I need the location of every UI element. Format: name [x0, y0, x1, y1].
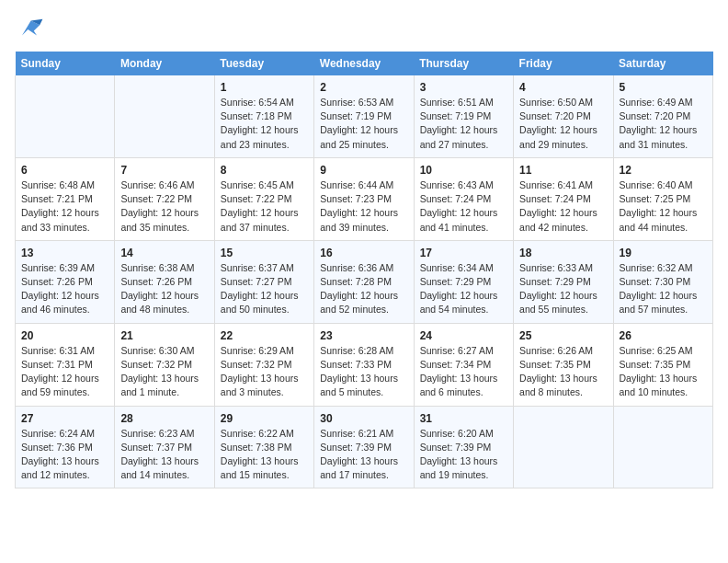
calendar-cell: 6Sunrise: 6:48 AMSunset: 7:21 PMDaylight… — [16, 157, 115, 240]
calendar-week-1: 1Sunrise: 6:54 AMSunset: 7:18 PMDaylight… — [16, 75, 713, 157]
day-info: Sunrise: 6:44 AMSunset: 7:23 PMDaylight:… — [320, 178, 407, 235]
day-info: Sunrise: 6:45 AMSunset: 7:22 PMDaylight:… — [221, 178, 308, 235]
day-info: Sunrise: 6:25 AMSunset: 7:35 PMDaylight:… — [620, 344, 707, 400]
day-info: Sunrise: 6:24 AMSunset: 7:36 PMDaylight:… — [21, 427, 108, 483]
col-monday: Monday — [115, 52, 214, 75]
calendar-cell: 9Sunrise: 6:44 AMSunset: 7:23 PMDaylight… — [314, 157, 414, 240]
calendar-cell: 25Sunrise: 6:26 AMSunset: 7:35 PMDayligh… — [514, 323, 613, 406]
calendar-cell — [613, 406, 712, 488]
calendar-cell: 18Sunrise: 6:33 AMSunset: 7:29 PMDayligh… — [514, 240, 613, 323]
calendar-week-3: 13Sunrise: 6:39 AMSunset: 7:26 PMDayligh… — [16, 240, 713, 323]
day-info: Sunrise: 6:36 AMSunset: 7:28 PMDaylight:… — [320, 261, 407, 317]
day-info: Sunrise: 6:31 AMSunset: 7:31 PMDaylight:… — [21, 344, 108, 400]
logo — [15, 15, 48, 40]
col-sunday: Sunday — [16, 52, 115, 75]
calendar-cell: 8Sunrise: 6:45 AMSunset: 7:22 PMDaylight… — [214, 157, 313, 240]
day-number: 26 — [620, 329, 707, 342]
day-number: 11 — [519, 164, 607, 177]
col-tuesday: Tuesday — [214, 52, 313, 75]
calendar-cell: 5Sunrise: 6:49 AMSunset: 7:20 PMDaylight… — [613, 75, 712, 157]
col-friday: Friday — [514, 52, 613, 75]
day-info: Sunrise: 6:50 AMSunset: 7:20 PMDaylight:… — [519, 96, 607, 152]
calendar-cell: 16Sunrise: 6:36 AMSunset: 7:28 PMDayligh… — [314, 240, 414, 323]
calendar-cell: 14Sunrise: 6:38 AMSunset: 7:26 PMDayligh… — [115, 240, 214, 323]
day-number: 16 — [320, 247, 407, 259]
day-number: 7 — [120, 164, 208, 177]
calendar-cell: 30Sunrise: 6:21 AMSunset: 7:39 PMDayligh… — [314, 406, 414, 488]
calendar-cell: 28Sunrise: 6:23 AMSunset: 7:37 PMDayligh… — [115, 406, 214, 488]
calendar-cell: 4Sunrise: 6:50 AMSunset: 7:20 PMDaylight… — [514, 75, 613, 157]
calendar-cell: 20Sunrise: 6:31 AMSunset: 7:31 PMDayligh… — [16, 323, 115, 406]
day-number: 14 — [120, 247, 208, 259]
calendar-cell: 22Sunrise: 6:29 AMSunset: 7:32 PMDayligh… — [214, 323, 313, 406]
calendar-cell: 1Sunrise: 6:54 AMSunset: 7:18 PMDaylight… — [214, 75, 313, 157]
day-info: Sunrise: 6:29 AMSunset: 7:32 PMDaylight:… — [221, 344, 308, 400]
calendar-cell: 2Sunrise: 6:53 AMSunset: 7:19 PMDaylight… — [314, 75, 414, 157]
day-number: 3 — [420, 81, 507, 94]
calendar-cell: 11Sunrise: 6:41 AMSunset: 7:24 PMDayligh… — [514, 157, 613, 240]
day-number: 12 — [620, 164, 707, 177]
day-number: 22 — [221, 329, 308, 342]
day-number: 30 — [320, 412, 407, 425]
day-number: 8 — [221, 164, 308, 177]
day-number: 10 — [420, 164, 507, 177]
col-thursday: Thursday — [414, 52, 513, 75]
calendar-cell: 13Sunrise: 6:39 AMSunset: 7:26 PMDayligh… — [16, 240, 115, 323]
day-info: Sunrise: 6:30 AMSunset: 7:32 PMDaylight:… — [120, 344, 208, 400]
day-info: Sunrise: 6:26 AMSunset: 7:35 PMDaylight:… — [519, 344, 607, 400]
day-info: Sunrise: 6:37 AMSunset: 7:27 PMDaylight:… — [221, 261, 308, 317]
day-info: Sunrise: 6:54 AMSunset: 7:18 PMDaylight:… — [221, 96, 308, 152]
day-info: Sunrise: 6:41 AMSunset: 7:24 PMDaylight:… — [519, 178, 607, 235]
day-number: 20 — [21, 329, 108, 342]
calendar-cell: 27Sunrise: 6:24 AMSunset: 7:36 PMDayligh… — [16, 406, 115, 488]
day-info: Sunrise: 6:51 AMSunset: 7:19 PMDaylight:… — [420, 96, 507, 152]
day-number: 31 — [420, 412, 507, 425]
day-number: 19 — [620, 247, 707, 259]
calendar-cell — [514, 406, 613, 488]
day-number: 23 — [320, 329, 407, 342]
day-number: 13 — [21, 247, 108, 259]
day-number: 17 — [420, 247, 507, 259]
calendar-body: 1Sunrise: 6:54 AMSunset: 7:18 PMDaylight… — [16, 75, 713, 488]
calendar-table: Sunday Monday Tuesday Wednesday Thursday… — [15, 52, 713, 488]
calendar-cell: 12Sunrise: 6:40 AMSunset: 7:25 PMDayligh… — [613, 157, 712, 240]
calendar-cell: 17Sunrise: 6:34 AMSunset: 7:29 PMDayligh… — [414, 240, 513, 323]
day-number: 15 — [221, 247, 308, 259]
day-number: 18 — [519, 247, 607, 259]
day-info: Sunrise: 6:49 AMSunset: 7:20 PMDaylight:… — [620, 96, 707, 152]
day-number: 25 — [519, 329, 607, 342]
day-number: 29 — [221, 412, 308, 425]
day-info: Sunrise: 6:46 AMSunset: 7:22 PMDaylight:… — [120, 178, 208, 235]
day-info: Sunrise: 6:34 AMSunset: 7:29 PMDaylight:… — [420, 261, 507, 317]
day-number: 5 — [620, 81, 707, 94]
calendar-cell: 24Sunrise: 6:27 AMSunset: 7:34 PMDayligh… — [414, 323, 513, 406]
calendar-cell: 23Sunrise: 6:28 AMSunset: 7:33 PMDayligh… — [314, 323, 414, 406]
day-info: Sunrise: 6:53 AMSunset: 7:19 PMDaylight:… — [320, 96, 407, 152]
day-info: Sunrise: 6:48 AMSunset: 7:21 PMDaylight:… — [21, 178, 108, 235]
day-info: Sunrise: 6:39 AMSunset: 7:26 PMDaylight:… — [21, 261, 108, 317]
calendar-week-2: 6Sunrise: 6:48 AMSunset: 7:21 PMDaylight… — [16, 157, 713, 240]
page-header — [15, 15, 713, 40]
calendar-cell — [115, 75, 214, 157]
logo-bird-icon — [15, 15, 44, 40]
day-info: Sunrise: 6:40 AMSunset: 7:25 PMDaylight:… — [620, 178, 707, 235]
calendar-cell: 19Sunrise: 6:32 AMSunset: 7:30 PMDayligh… — [613, 240, 712, 323]
calendar-cell: 29Sunrise: 6:22 AMSunset: 7:38 PMDayligh… — [214, 406, 313, 488]
calendar-cell: 31Sunrise: 6:20 AMSunset: 7:39 PMDayligh… — [414, 406, 513, 488]
header-row: Sunday Monday Tuesday Wednesday Thursday… — [16, 52, 713, 75]
calendar-cell: 3Sunrise: 6:51 AMSunset: 7:19 PMDaylight… — [414, 75, 513, 157]
day-info: Sunrise: 6:43 AMSunset: 7:24 PMDaylight:… — [420, 178, 507, 235]
day-info: Sunrise: 6:27 AMSunset: 7:34 PMDaylight:… — [420, 344, 507, 400]
day-info: Sunrise: 6:38 AMSunset: 7:26 PMDaylight:… — [120, 261, 208, 317]
day-info: Sunrise: 6:33 AMSunset: 7:29 PMDaylight:… — [519, 261, 607, 317]
day-number: 27 — [21, 412, 108, 425]
day-number: 1 — [221, 81, 308, 94]
day-info: Sunrise: 6:21 AMSunset: 7:39 PMDaylight:… — [320, 427, 407, 483]
day-number: 28 — [120, 412, 208, 425]
calendar-cell: 15Sunrise: 6:37 AMSunset: 7:27 PMDayligh… — [214, 240, 313, 323]
col-wednesday: Wednesday — [314, 52, 414, 75]
calendar-week-5: 27Sunrise: 6:24 AMSunset: 7:36 PMDayligh… — [16, 406, 713, 488]
col-saturday: Saturday — [613, 52, 712, 75]
day-info: Sunrise: 6:22 AMSunset: 7:38 PMDaylight:… — [221, 427, 308, 483]
calendar-cell — [16, 75, 115, 157]
